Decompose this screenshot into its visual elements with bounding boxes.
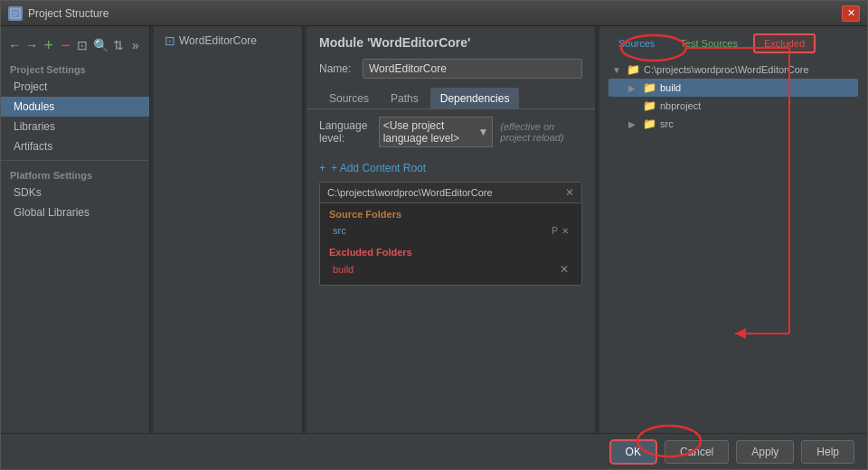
name-label: Name: <box>319 62 355 75</box>
source-tab-excluded[interactable]: Excluded <box>753 33 816 53</box>
ok-button[interactable]: OK <box>609 439 657 465</box>
copy-button[interactable]: ⊡ <box>76 35 90 55</box>
more-button[interactable]: » <box>128 35 142 55</box>
lang-label: Language level: <box>319 119 372 145</box>
source-folder-row: src P ✕ <box>329 223 572 238</box>
source-tab-sources[interactable]: Sources <box>609 34 665 52</box>
bottom-bar: OK Cancel Apply Help <box>1 433 867 469</box>
tree-root-arrow[interactable]: ▼ <box>612 65 623 75</box>
tree-item-nbproject[interactable]: 📁 nbproject <box>609 97 858 115</box>
right-panel: Sources Test Sources Excluded ▼ 📁 C:\pro… <box>599 26 867 433</box>
source-folder-action-p[interactable]: P <box>552 226 558 236</box>
content-area: ← → + − ⊡ 🔍 ⇅ » Project Settings Project… <box>1 26 867 433</box>
tree-build-folder-icon: 📁 <box>643 81 656 94</box>
name-input[interactable] <box>363 59 582 79</box>
module-list: ⊡ WordEditorCore <box>154 26 303 433</box>
close-button[interactable]: ✕ <box>842 5 860 22</box>
add-content-root-button[interactable]: + + Add Content Root <box>307 155 595 182</box>
remove-button[interactable]: − <box>59 35 72 55</box>
sidebar-item-global-libraries[interactable]: Global Libraries <box>1 202 149 222</box>
content-root-close-button[interactable]: ✕ <box>565 186 574 199</box>
module-name: WordEditorCore <box>179 34 257 47</box>
back-button[interactable]: ← <box>8 35 22 55</box>
tab-sources[interactable]: Sources <box>319 88 379 108</box>
content-root-header: C:\projects\wordproc\WordEditorCore ✕ <box>320 183 581 203</box>
panels: Module 'WordEditorCore' Name: Sources Pa… <box>307 26 867 433</box>
tree-item-src[interactable]: ▶ 📁 src <box>609 115 858 133</box>
help-button[interactable]: Help <box>801 440 854 464</box>
lang-hint: (effective on project reload) <box>500 121 582 143</box>
tab-dependencies[interactable]: Dependencies <box>430 88 520 108</box>
sidebar: ← → + − ⊡ 🔍 ⇅ » Project Settings Project… <box>1 26 150 433</box>
add-content-root-label: + Add Content Root <box>331 162 426 174</box>
tree-build-arrow[interactable]: ▶ <box>628 83 639 93</box>
file-tree: ▼ 📁 C:\projects\wordproc\WordEditorCore … <box>599 57 867 433</box>
lang-select[interactable]: <Use project language level> ▼ <box>379 117 494 147</box>
excluded-folder-row: build ✕ <box>329 261 572 277</box>
excluded-folders-title: Excluded Folders <box>329 247 572 258</box>
sidebar-item-modules[interactable]: Modules <box>1 97 149 117</box>
source-folder-actions: P ✕ <box>552 226 569 236</box>
tree-src-name: src <box>660 118 674 129</box>
middle-panel: Module 'WordEditorCore' Name: Sources Pa… <box>307 26 596 433</box>
sidebar-item-project[interactable]: Project <box>1 77 149 97</box>
svg-rect-1 <box>13 12 18 13</box>
project-structure-window: Project Structure ✕ ← → + − ⊡ 🔍 ⇅ » Proj… <box>0 0 868 470</box>
sort-button[interactable]: ⇅ <box>112 35 126 55</box>
forward-button[interactable]: → <box>25 35 39 55</box>
source-folders-title: Source Folders <box>329 209 572 220</box>
tree-src-folder-icon: 📁 <box>643 118 656 130</box>
tree-root-path: C:\projects\wordproc\WordEditorCore <box>644 64 809 75</box>
module-item-wordeditorcore[interactable]: ⊡ WordEditorCore <box>157 30 298 52</box>
title-bar: Project Structure ✕ <box>1 1 867 26</box>
excluded-folder-name: build <box>333 264 354 275</box>
tree-root: ▼ 📁 C:\projects\wordproc\WordEditorCore <box>609 61 858 79</box>
sidebar-divider <box>1 160 149 161</box>
module-icon: ⊡ <box>165 33 175 48</box>
source-folder-name: src <box>333 225 346 236</box>
tree-item-build[interactable]: ▶ 📁 build <box>609 79 858 97</box>
content-root-path: C:\projects\wordproc\WordEditorCore <box>327 187 493 198</box>
svg-rect-2 <box>13 14 18 14</box>
source-folder-action-x[interactable]: ✕ <box>561 226 569 236</box>
project-settings-header: Project Settings <box>1 59 149 77</box>
window-icon <box>8 6 23 21</box>
source-folders-section: Source Folders src P ✕ <box>320 203 581 243</box>
tab-paths[interactable]: Paths <box>381 88 429 108</box>
tree-nbproject-name: nbproject <box>660 100 701 111</box>
add-icon: + <box>319 162 326 174</box>
cancel-button[interactable]: Cancel <box>665 440 729 464</box>
excluded-folders-section: Excluded Folders build ✕ <box>320 243 581 285</box>
source-tab-test-sources[interactable]: Test Sources <box>670 34 748 52</box>
sidebar-item-libraries[interactable]: Libraries <box>1 117 149 136</box>
lang-row: Language level: <Use project language le… <box>307 109 595 155</box>
content-root-box: C:\projects\wordproc\WordEditorCore ✕ So… <box>319 182 582 286</box>
platform-settings-header: Platform Settings <box>1 164 149 183</box>
tree-root-folder-icon: 📁 <box>627 63 640 76</box>
source-tabs: Sources Test Sources Excluded <box>599 26 867 57</box>
sidebar-item-artifacts[interactable]: Artifacts <box>1 136 149 156</box>
tree-src-arrow[interactable]: ▶ <box>628 119 639 129</box>
window-title: Project Structure <box>28 7 836 20</box>
apply-button[interactable]: Apply <box>736 440 794 464</box>
tabs-row: Sources Paths Dependencies <box>307 82 595 109</box>
add-button[interactable]: + <box>42 35 55 55</box>
lang-value: <Use project language level> <box>383 119 475 145</box>
excluded-folder-remove[interactable]: ✕ <box>560 263 569 276</box>
tree-nbproject-folder-icon: 📁 <box>643 99 656 112</box>
module-header: Module 'WordEditorCore' <box>307 26 595 55</box>
drag-handle-1[interactable] <box>150 26 154 433</box>
tree-build-name: build <box>660 82 681 93</box>
sidebar-item-sdks[interactable]: SDKs <box>1 183 149 202</box>
svg-rect-3 <box>13 15 16 16</box>
sidebar-toolbar: ← → + − ⊡ 🔍 ⇅ » <box>1 32 149 59</box>
name-row: Name: <box>307 55 595 82</box>
lang-dropdown-icon[interactable]: ▼ <box>477 126 488 138</box>
search-button[interactable]: 🔍 <box>93 35 108 55</box>
